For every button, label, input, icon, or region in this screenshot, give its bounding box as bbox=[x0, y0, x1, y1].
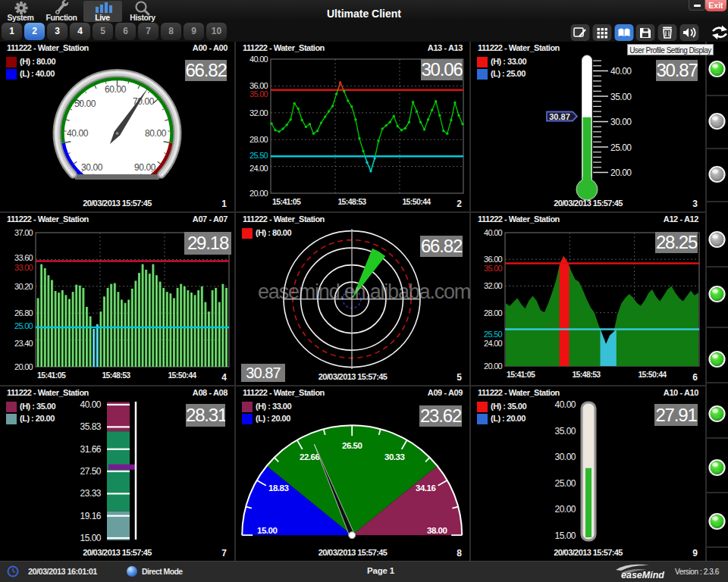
svg-text:50.00: 50.00 bbox=[74, 99, 96, 109]
svg-text:25.00: 25.00 bbox=[610, 142, 632, 153]
svg-text:60.00: 60.00 bbox=[105, 84, 127, 95]
svg-text:40.00: 40.00 bbox=[484, 228, 503, 237]
svg-text:40.00: 40.00 bbox=[554, 399, 576, 410]
svg-text:15:50:44: 15:50:44 bbox=[168, 371, 196, 380]
svg-text:15:50:44: 15:50:44 bbox=[402, 197, 431, 206]
svg-text:33.00: 33.00 bbox=[14, 263, 33, 272]
svg-text:25.50: 25.50 bbox=[484, 330, 503, 339]
svg-text:90.00: 90.00 bbox=[134, 162, 156, 173]
svg-text:28.00: 28.00 bbox=[249, 135, 268, 144]
svg-text:30.33: 30.33 bbox=[384, 452, 404, 462]
svg-text:20.00: 20.00 bbox=[610, 167, 632, 178]
svg-text:15.00: 15.00 bbox=[554, 530, 576, 541]
svg-text:26.50: 26.50 bbox=[342, 441, 362, 450]
svg-text:15:50:44: 15:50:44 bbox=[638, 370, 667, 379]
svg-text:easeMind: easeMind bbox=[621, 570, 664, 580]
svg-text:18.83: 18.83 bbox=[268, 483, 288, 493]
svg-text:40.00: 40.00 bbox=[249, 55, 268, 64]
svg-text:20.00: 20.00 bbox=[14, 362, 33, 371]
svg-text:30.00: 30.00 bbox=[610, 117, 632, 127]
svg-text:15.00: 15.00 bbox=[257, 526, 277, 535]
svg-text:15.00: 15.00 bbox=[80, 533, 101, 543]
svg-text:30.20: 30.20 bbox=[14, 282, 33, 291]
svg-text:25.50: 25.50 bbox=[249, 151, 268, 160]
svg-text:26.80: 26.80 bbox=[14, 308, 33, 318]
svg-text:27.50: 27.50 bbox=[80, 466, 101, 477]
svg-text:80.00: 80.00 bbox=[145, 128, 167, 139]
svg-text:30.00: 30.00 bbox=[554, 452, 576, 462]
svg-text:15:41:05: 15:41:05 bbox=[507, 370, 535, 379]
svg-text:38.00: 38.00 bbox=[427, 526, 447, 535]
svg-text:32.00: 32.00 bbox=[249, 108, 268, 117]
svg-text:30.00: 30.00 bbox=[81, 162, 103, 173]
svg-text:15:48:53: 15:48:53 bbox=[337, 197, 366, 206]
svg-text:28.00: 28.00 bbox=[484, 308, 503, 318]
svg-text:15:41:05: 15:41:05 bbox=[37, 371, 66, 380]
svg-text:31.66: 31.66 bbox=[80, 444, 101, 455]
svg-text:35.00: 35.00 bbox=[484, 264, 503, 273]
svg-text:35.00: 35.00 bbox=[249, 89, 268, 99]
svg-text:25.00: 25.00 bbox=[14, 321, 33, 330]
svg-text:20.00: 20.00 bbox=[554, 504, 576, 515]
svg-text:15:41:05: 15:41:05 bbox=[272, 197, 301, 206]
svg-text:25.00: 25.00 bbox=[554, 478, 576, 489]
svg-text:20.00: 20.00 bbox=[484, 361, 503, 371]
svg-text:36.00: 36.00 bbox=[484, 255, 503, 264]
svg-text:32.00: 32.00 bbox=[484, 281, 503, 290]
svg-text:33.60: 33.60 bbox=[14, 253, 33, 262]
svg-text:40.00: 40.00 bbox=[67, 128, 89, 139]
svg-text:35.00: 35.00 bbox=[610, 92, 632, 102]
svg-text:37.00: 37.00 bbox=[14, 228, 33, 237]
svg-text:35.00: 35.00 bbox=[554, 426, 576, 436]
svg-text:15:48:53: 15:48:53 bbox=[102, 371, 130, 380]
svg-text:40.00: 40.00 bbox=[610, 66, 632, 77]
svg-text:23.40: 23.40 bbox=[14, 339, 33, 348]
svg-text:40.00: 40.00 bbox=[80, 399, 101, 410]
svg-text:20.00: 20.00 bbox=[249, 189, 268, 198]
svg-text:22.66: 22.66 bbox=[300, 452, 319, 462]
svg-text:34.16: 34.16 bbox=[416, 483, 435, 493]
svg-text:24.00: 24.00 bbox=[484, 339, 503, 348]
svg-text:15:48:53: 15:48:53 bbox=[572, 370, 601, 379]
svg-text:23.33: 23.33 bbox=[80, 488, 101, 499]
svg-text:24.00: 24.00 bbox=[249, 164, 268, 173]
svg-text:19.16: 19.16 bbox=[80, 511, 101, 521]
svg-text:35.83: 35.83 bbox=[80, 421, 101, 432]
svg-text:30.87: 30.87 bbox=[549, 112, 570, 121]
